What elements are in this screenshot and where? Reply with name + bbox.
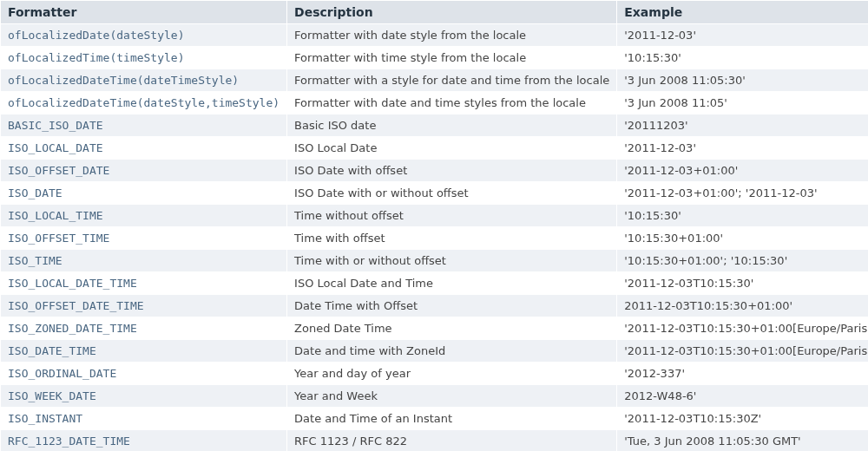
cell-formatter: ofLocalizedTime(timeStyle) (1, 47, 287, 69)
cell-example: '2011-12-03+01:00'; '2011-12-03' (617, 182, 868, 205)
cell-description: ISO Local Date (287, 137, 617, 160)
table-row: RFC_1123_DATE_TIMERFC 1123 / RFC 822'Tue… (1, 430, 869, 452)
cell-formatter: ISO_DATE (1, 182, 287, 205)
table-header-row: Formatter Description Example (1, 1, 869, 24)
cell-formatter: RFC_1123_DATE_TIME (1, 430, 287, 452)
cell-description: Date and Time of an Instant (287, 408, 617, 430)
col-header-formatter: Formatter (1, 1, 287, 24)
cell-example: 'Tue, 3 Jun 2008 11:05:30 GMT' (617, 430, 868, 452)
cell-example: '20111203' (617, 114, 868, 137)
cell-formatter: BASIC_ISO_DATE (1, 114, 287, 137)
cell-formatter: ISO_LOCAL_DATE_TIME (1, 272, 287, 295)
cell-example: '2011-12-03T10:15:30+01:00[Europe/Paris]… (617, 317, 868, 340)
table-row: ISO_ORDINAL_DATEYear and day of year'201… (1, 363, 869, 385)
cell-description: Formatter with a style for date and time… (287, 69, 617, 92)
cell-formatter: ISO_LOCAL_DATE (1, 137, 287, 160)
cell-description: Year and Week (287, 385, 617, 408)
cell-description: RFC 1123 / RFC 822 (287, 430, 617, 452)
cell-description: ISO Date with offset (287, 160, 617, 182)
cell-description: Formatter with date style from the local… (287, 24, 617, 47)
table-row: ISO_OFFSET_DATEISO Date with offset'2011… (1, 160, 869, 182)
cell-formatter: ISO_OFFSET_TIME (1, 227, 287, 250)
table-row: ISO_LOCAL_TIMETime without offset'10:15:… (1, 205, 869, 227)
cell-description: Time with or without offset (287, 250, 617, 272)
cell-description: Date and time with ZoneId (287, 340, 617, 363)
table-row: ISO_INSTANTDate and Time of an Instant'2… (1, 408, 869, 430)
cell-example: '10:15:30+01:00'; '10:15:30' (617, 250, 868, 272)
cell-description: Time with offset (287, 227, 617, 250)
cell-example: '2011-12-03+01:00' (617, 160, 868, 182)
cell-example: 2011-12-03T10:15:30+01:00' (617, 295, 868, 317)
cell-description: Date Time with Offset (287, 295, 617, 317)
cell-formatter: ISO_DATE_TIME (1, 340, 287, 363)
cell-formatter: ISO_ORDINAL_DATE (1, 363, 287, 385)
cell-description: Formatter with time style from the local… (287, 47, 617, 69)
cell-description: Zoned Date Time (287, 317, 617, 340)
table-row: ISO_DATE_TIMEDate and time with ZoneId'2… (1, 340, 869, 363)
table-row: ISO_DATEISO Date with or without offset'… (1, 182, 869, 205)
cell-description: Formatter with date and time styles from… (287, 92, 617, 114)
cell-example: '10:15:30' (617, 205, 868, 227)
table-row: ISO_ZONED_DATE_TIMEZoned Date Time'2011-… (1, 317, 869, 340)
table-row: ISO_OFFSET_DATE_TIMEDate Time with Offse… (1, 295, 869, 317)
cell-example: '10:15:30' (617, 47, 868, 69)
col-header-example: Example (617, 1, 868, 24)
cell-formatter: ISO_TIME (1, 250, 287, 272)
cell-description: ISO Date with or without offset (287, 182, 617, 205)
cell-formatter: ISO_ZONED_DATE_TIME (1, 317, 287, 340)
cell-formatter: ISO_INSTANT (1, 408, 287, 430)
cell-formatter: ISO_OFFSET_DATE (1, 160, 287, 182)
table-row: ofLocalizedDate(dateStyle)Formatter with… (1, 24, 869, 47)
table-row: BASIC_ISO_DATEBasic ISO date'20111203' (1, 114, 869, 137)
table-row: ofLocalizedDateTime(dateStyle,timeStyle)… (1, 92, 869, 114)
cell-example: '2011-12-03T10:15:30+01:00[Europe/Paris]… (617, 340, 868, 363)
cell-description: Time without offset (287, 205, 617, 227)
table-row: ISO_OFFSET_TIMETime with offset'10:15:30… (1, 227, 869, 250)
table-row: ISO_LOCAL_DATEISO Local Date'2011-12-03' (1, 137, 869, 160)
table-row: ISO_WEEK_DATEYear and Week2012-W48-6' (1, 385, 869, 408)
formatter-table: Formatter Description Example ofLocalize… (0, 0, 868, 451)
cell-formatter: ofLocalizedDateTime(dateStyle,timeStyle) (1, 92, 287, 114)
table-row: ofLocalizedTime(timeStyle)Formatter with… (1, 47, 869, 69)
cell-formatter: ISO_OFFSET_DATE_TIME (1, 295, 287, 317)
cell-formatter: ofLocalizedDate(dateStyle) (1, 24, 287, 47)
cell-description: ISO Local Date and Time (287, 272, 617, 295)
cell-example: '3 Jun 2008 11:05:30' (617, 69, 868, 92)
cell-example: '2011-12-03' (617, 24, 868, 47)
cell-example: '2011-12-03T10:15:30Z' (617, 408, 868, 430)
cell-example: '10:15:30+01:00' (617, 227, 868, 250)
cell-formatter: ISO_LOCAL_TIME (1, 205, 287, 227)
cell-example: '2011-12-03T10:15:30' (617, 272, 868, 295)
cell-formatter: ISO_WEEK_DATE (1, 385, 287, 408)
cell-example: 2012-W48-6' (617, 385, 868, 408)
cell-formatter: ofLocalizedDateTime(dateTimeStyle) (1, 69, 287, 92)
col-header-description: Description (287, 1, 617, 24)
cell-description: Basic ISO date (287, 114, 617, 137)
cell-description: Year and day of year (287, 363, 617, 385)
table-row: ISO_TIMETime with or without offset'10:1… (1, 250, 869, 272)
table-row: ISO_LOCAL_DATE_TIMEISO Local Date and Ti… (1, 272, 869, 295)
table-row: ofLocalizedDateTime(dateTimeStyle)Format… (1, 69, 869, 92)
cell-example: '2011-12-03' (617, 137, 868, 160)
cell-example: '2012-337' (617, 363, 868, 385)
cell-example: '3 Jun 2008 11:05' (617, 92, 868, 114)
